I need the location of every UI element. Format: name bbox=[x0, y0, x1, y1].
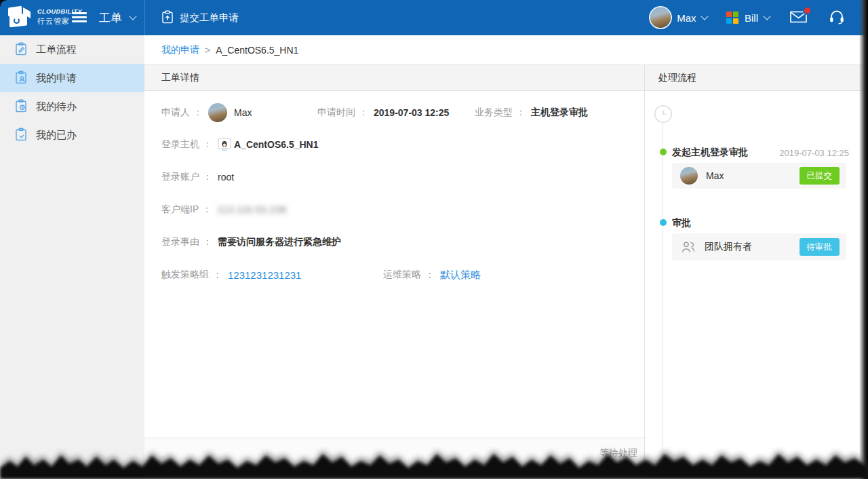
hamburger-menu-icon[interactable] bbox=[72, 12, 87, 23]
cloudbility-logo-icon bbox=[8, 5, 33, 28]
submit-workorder-label: 提交工单申请 bbox=[180, 12, 239, 24]
top-header: CLOUDBILITY 行云管家 工单 提交工单申请 Max bbox=[0, 0, 868, 35]
ops-policy-link[interactable]: 默认策略 bbox=[440, 269, 481, 282]
business-type-value: 主机登录审批 bbox=[531, 107, 588, 119]
breadcrumb-current: A_CentOS6.5_HN1 bbox=[216, 45, 298, 56]
sidebar-item-my-requests[interactable]: 我的申请 bbox=[0, 64, 144, 92]
sidebar-item-my-todo[interactable]: 我的待办 bbox=[0, 92, 144, 121]
field-label: 登录事由 bbox=[161, 236, 199, 248]
module-menu-workorder[interactable]: 工单 bbox=[99, 0, 136, 35]
chevron-down-icon bbox=[701, 12, 709, 20]
step-actor-card: Max 已提交 bbox=[672, 163, 846, 189]
sidebar-item-label: 我的已办 bbox=[36, 129, 77, 142]
applicant-avatar bbox=[208, 103, 227, 122]
applicant-value: Max bbox=[234, 107, 252, 118]
field-login-account: 登录账户 ： root bbox=[161, 167, 234, 187]
timeline-line bbox=[663, 123, 663, 476]
detail-panel-header: 工单详情 bbox=[144, 65, 644, 91]
field-label: 客户端IP bbox=[161, 204, 199, 216]
org-menu[interactable]: Bill bbox=[726, 12, 770, 24]
header-right-group: Max Bill bbox=[650, 0, 848, 35]
field-ops-policy: 运维策略 ： 默认策略 bbox=[383, 265, 481, 285]
process-panel-title: 处理流程 bbox=[658, 72, 696, 84]
field-apply-time: 申请时间 ： 2019-07-03 12:25 bbox=[317, 102, 449, 123]
workorder-detail: 申请人 ： Max 申请时间 ： 2019-07-03 12:25 业务类型 ：… bbox=[144, 91, 644, 438]
field-client-ip: 客户端IP ： 113.116.53.238 bbox=[161, 199, 286, 220]
step-time: 2019-07-03 12:25 bbox=[779, 148, 849, 158]
sidebar-item-my-done[interactable]: 我的已办 bbox=[0, 121, 144, 149]
sidebar: 工单流程 我的申请 我的待办 我的已办 bbox=[0, 35, 144, 479]
field-login-host: 登录主机 ： A_CentOS6.5_HN1 bbox=[161, 134, 319, 155]
clock-icon bbox=[654, 104, 673, 126]
actor-name: 团队拥有者 bbox=[705, 241, 752, 253]
field-label: 申请时间 bbox=[317, 107, 355, 119]
sidebar-item-label: 工单流程 bbox=[36, 43, 77, 56]
detail-panel-title: 工单详情 bbox=[161, 72, 199, 84]
status-badge-pending: 待审批 bbox=[800, 238, 840, 256]
field-applicant: 申请人 ： Max bbox=[161, 102, 252, 123]
sidebar-item-label: 我的申请 bbox=[36, 72, 77, 85]
step-title: 发起主机登录审批 bbox=[672, 147, 748, 159]
field-login-reason: 登录事由 ： 需要访问服务器进行紧急维护 bbox=[161, 232, 341, 252]
breadcrumb-parent-link[interactable]: 我的申请 bbox=[161, 44, 199, 56]
header-divider bbox=[144, 0, 145, 35]
apply-time-value: 2019-07-03 12:25 bbox=[374, 107, 449, 118]
login-reason-value: 需要访问服务器进行紧急维护 bbox=[218, 236, 341, 248]
clipboard-clock-icon bbox=[15, 99, 27, 115]
client-ip-value-redacted: 113.116.53.238 bbox=[217, 204, 286, 215]
field-label: 运维策略 bbox=[383, 269, 421, 281]
timeline-dot-submitted bbox=[660, 149, 667, 155]
step-title: 审批 bbox=[672, 217, 691, 229]
status-badge-submitted: 已提交 bbox=[800, 167, 840, 185]
user-name: Max bbox=[677, 12, 696, 24]
org-name: Bill bbox=[745, 12, 758, 24]
process-panel-header: 处理流程 bbox=[644, 65, 868, 91]
login-account-value: root bbox=[218, 172, 234, 183]
field-label: 登录账户 bbox=[161, 171, 199, 183]
breadcrumb-separator: > bbox=[205, 45, 210, 56]
messages-button[interactable] bbox=[790, 10, 808, 26]
team-owner-icon bbox=[680, 240, 696, 254]
chevron-down-icon bbox=[129, 12, 136, 20]
mail-icon bbox=[790, 15, 808, 26]
pending-status-text: 等待处理 bbox=[599, 447, 637, 459]
linux-host-icon bbox=[218, 138, 231, 151]
actor-name: Max bbox=[706, 170, 724, 181]
module-menu-label: 工单 bbox=[99, 10, 122, 26]
clipboard-check-icon bbox=[15, 128, 27, 143]
login-host-value: A_CentOS6.5_HN1 bbox=[234, 139, 319, 150]
field-label: 申请人 bbox=[161, 107, 190, 119]
user-avatar bbox=[650, 7, 671, 28]
process-panel: 发起主机登录审批 2019-07-03 12:25 Max 已提交 审批 团队拥… bbox=[644, 91, 868, 479]
clipboard-user-icon bbox=[15, 71, 27, 86]
submit-workorder-button[interactable]: 提交工单申请 bbox=[161, 0, 239, 35]
sidebar-item-label: 我的待办 bbox=[36, 100, 77, 113]
actor-avatar bbox=[680, 167, 698, 185]
detail-footer: 等待处理 bbox=[144, 438, 644, 479]
field-label: 触发策略组 bbox=[161, 269, 209, 281]
timeline-dot-approval bbox=[660, 219, 667, 226]
field-business-type: 业务类型 ： 主机登录审批 bbox=[475, 102, 588, 123]
clipboard-edit-icon bbox=[15, 42, 27, 58]
chevron-down-icon bbox=[763, 12, 770, 20]
field-policy-group: 触发策略组 ： 1231231231231 bbox=[161, 265, 301, 285]
support-button[interactable] bbox=[829, 9, 845, 26]
step-actor-card: 团队拥有者 待审批 bbox=[672, 233, 846, 261]
notification-badge bbox=[803, 6, 812, 15]
policy-group-link[interactable]: 1231231231231 bbox=[228, 269, 301, 281]
breadcrumb: 我的申请 > A_CentOS6.5_HN1 bbox=[144, 35, 868, 65]
field-label: 业务类型 bbox=[475, 107, 513, 119]
headset-icon bbox=[829, 16, 845, 26]
org-logo-icon bbox=[726, 12, 738, 24]
brand-logo[interactable]: CLOUDBILITY 行云管家 bbox=[8, 5, 82, 28]
clipboard-submit-icon bbox=[161, 10, 174, 26]
user-menu[interactable]: Max bbox=[650, 7, 707, 28]
field-label: 登录主机 bbox=[161, 138, 199, 151]
app-window: CLOUDBILITY 行云管家 工单 提交工单申请 Max bbox=[0, 0, 868, 479]
sidebar-item-workorder-flow[interactable]: 工单流程 bbox=[0, 35, 144, 64]
